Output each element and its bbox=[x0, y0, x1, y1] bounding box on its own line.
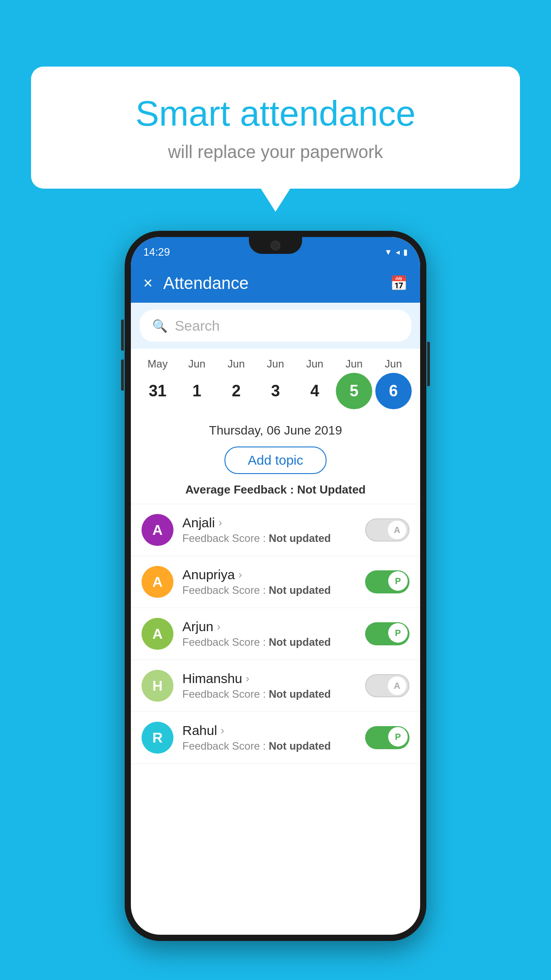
calendar-strip: MayJunJunJunJunJunJun 31123456 bbox=[131, 349, 420, 414]
phone-mockup: 14:29 ▼ ◂ ▮ × Attendance 📅 🔍 bbox=[125, 231, 426, 941]
toggle-knob-anupriya: P bbox=[388, 571, 408, 591]
toggle-knob-arjun: P bbox=[388, 623, 408, 643]
toggle-knob-rahul: P bbox=[388, 727, 408, 747]
add-topic-button[interactable]: Add topic bbox=[224, 447, 326, 474]
cal-month-0: May bbox=[139, 358, 176, 370]
avg-feedback-value: Not Updated bbox=[297, 483, 366, 496]
student-info-anupriya: Anupriya ›Feedback Score : Not updated bbox=[182, 567, 356, 597]
attendance-toggle-anupriya[interactable]: P bbox=[365, 570, 409, 593]
add-topic-container: Add topic bbox=[131, 442, 420, 480]
cal-day-5[interactable]: 5 bbox=[336, 373, 372, 409]
student-avatar-arjun: A bbox=[142, 618, 173, 650]
student-name-anupriya[interactable]: Anupriya › bbox=[182, 567, 356, 582]
chevron-icon: › bbox=[218, 517, 222, 529]
student-info-arjun: Arjun ›Feedback Score : Not updated bbox=[182, 619, 356, 648]
student-avatar-anjali: A bbox=[142, 514, 173, 546]
student-info-himanshu: Himanshu ›Feedback Score : Not updated bbox=[182, 671, 356, 700]
avg-feedback: Average Feedback : Not Updated bbox=[131, 480, 420, 504]
search-icon: 🔍 bbox=[152, 319, 168, 333]
student-name-anjali[interactable]: Anjali › bbox=[182, 515, 356, 530]
date-heading-text: Thursday, 06 June 2019 bbox=[209, 423, 342, 437]
calendar-days-row: 31123456 bbox=[138, 373, 413, 409]
student-item-rahul: RRahul ›Feedback Score : Not updatedP bbox=[131, 712, 420, 764]
power-button bbox=[427, 342, 430, 386]
wifi-icon: ▼ bbox=[384, 248, 392, 257]
student-feedback-himanshu: Feedback Score : Not updated bbox=[182, 688, 356, 700]
student-feedback-rahul: Feedback Score : Not updated bbox=[182, 740, 356, 752]
attendance-toggle-himanshu[interactable]: A bbox=[365, 674, 409, 697]
battery-icon: ▮ bbox=[403, 247, 408, 257]
app-background: Smart attendance will replace your paper… bbox=[0, 0, 551, 980]
front-camera bbox=[271, 241, 280, 250]
toggle-knob-himanshu: A bbox=[387, 676, 407, 695]
app-bar-title: Attendance bbox=[163, 274, 379, 293]
cal-day-31[interactable]: 31 bbox=[139, 373, 176, 409]
avg-feedback-label: Average Feedback : bbox=[185, 483, 297, 496]
vol-up-button bbox=[121, 320, 124, 351]
student-avatar-rahul: R bbox=[142, 722, 173, 754]
cal-day-6[interactable]: 6 bbox=[375, 373, 412, 409]
bubble-title: Smart attendance bbox=[53, 93, 498, 134]
student-info-rahul: Rahul ›Feedback Score : Not updated bbox=[182, 723, 356, 752]
student-item-himanshu: HHimanshu ›Feedback Score : Not updatedA bbox=[131, 660, 420, 712]
student-name-rahul[interactable]: Rahul › bbox=[182, 723, 356, 738]
student-item-arjun: AArjun ›Feedback Score : Not updatedP bbox=[131, 608, 420, 660]
attendance-toggle-anjali[interactable]: A bbox=[365, 518, 409, 541]
cal-day-2[interactable]: 2 bbox=[218, 373, 254, 409]
student-avatar-himanshu: H bbox=[142, 670, 173, 702]
bubble-subtitle: will replace your paperwork bbox=[53, 142, 498, 162]
student-name-himanshu[interactable]: Himanshu › bbox=[182, 671, 356, 686]
chevron-icon: › bbox=[217, 620, 220, 633]
status-icons: ▼ ◂ ▮ bbox=[384, 247, 408, 257]
student-feedback-arjun: Feedback Score : Not updated bbox=[182, 636, 356, 648]
speech-bubble: Smart attendance will replace your paper… bbox=[31, 67, 520, 189]
attendance-toggle-rahul[interactable]: P bbox=[365, 726, 409, 749]
student-feedback-anjali: Feedback Score : Not updated bbox=[182, 532, 356, 545]
student-name-arjun[interactable]: Arjun › bbox=[182, 619, 356, 634]
student-feedback-anupriya: Feedback Score : Not updated bbox=[182, 584, 356, 597]
search-bar[interactable]: 🔍 Search bbox=[140, 310, 411, 342]
cal-month-5: Jun bbox=[336, 358, 372, 370]
cal-month-3: Jun bbox=[257, 358, 294, 370]
phone-outer: 14:29 ▼ ◂ ▮ × Attendance 📅 🔍 bbox=[125, 231, 426, 941]
close-icon[interactable]: × bbox=[143, 274, 153, 292]
cal-day-3[interactable]: 3 bbox=[257, 373, 294, 409]
student-item-anupriya: AAnupriya ›Feedback Score : Not updatedP bbox=[131, 556, 420, 608]
chevron-icon: › bbox=[238, 569, 242, 581]
chevron-icon: › bbox=[246, 672, 249, 685]
search-placeholder: Search bbox=[175, 318, 220, 334]
student-info-anjali: Anjali ›Feedback Score : Not updated bbox=[182, 515, 356, 545]
search-bar-container: 🔍 Search bbox=[131, 303, 420, 349]
vol-down-button bbox=[121, 360, 124, 391]
chevron-icon: › bbox=[220, 724, 224, 737]
status-time: 14:29 bbox=[143, 246, 170, 258]
cal-day-4[interactable]: 4 bbox=[297, 373, 333, 409]
phone-screen: 14:29 ▼ ◂ ▮ × Attendance 📅 🔍 bbox=[131, 237, 420, 935]
cal-month-2: Jun bbox=[218, 358, 254, 370]
calendar-months-row: MayJunJunJunJunJunJun bbox=[138, 358, 413, 370]
cal-day-1[interactable]: 1 bbox=[179, 373, 215, 409]
calendar-icon[interactable]: 📅 bbox=[390, 275, 408, 292]
student-list: AAnjali ›Feedback Score : Not updatedAAA… bbox=[131, 504, 420, 764]
student-avatar-anupriya: A bbox=[142, 566, 173, 598]
app-bar: × Attendance 📅 bbox=[131, 264, 420, 303]
phone-notch bbox=[249, 237, 302, 254]
cal-month-6: Jun bbox=[375, 358, 412, 370]
attendance-toggle-arjun[interactable]: P bbox=[365, 622, 409, 645]
speech-bubble-container: Smart attendance will replace your paper… bbox=[31, 67, 520, 189]
student-item-anjali: AAnjali ›Feedback Score : Not updatedA bbox=[131, 504, 420, 556]
date-heading: Thursday, 06 June 2019 bbox=[131, 414, 420, 442]
cal-month-1: Jun bbox=[179, 358, 215, 370]
toggle-knob-anjali: A bbox=[387, 520, 407, 540]
cal-month-4: Jun bbox=[297, 358, 333, 370]
signal-icon: ◂ bbox=[396, 247, 400, 257]
